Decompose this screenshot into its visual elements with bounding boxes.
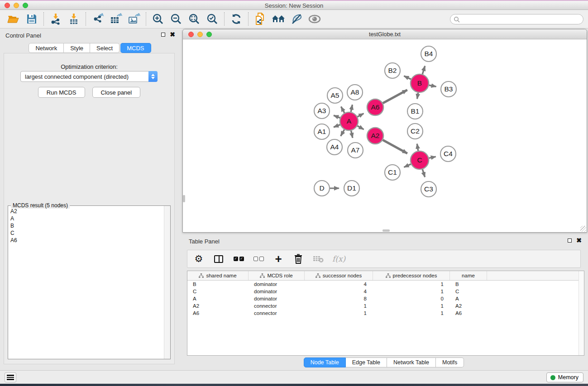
graph-node-C1[interactable]: C1 [385, 165, 400, 180]
zoom-in-button[interactable] [149, 11, 167, 27]
window-resize-grip[interactable] [580, 226, 586, 232]
tab-network[interactable]: Network [29, 43, 64, 53]
cell-successor-nodes[interactable]: 1 [305, 310, 373, 317]
network-vertical-scrollbar-thumb[interactable] [183, 195, 185, 202]
network-horizontal-scrollbar-thumb[interactable] [382, 229, 390, 232]
edge-A2-C[interactable] [383, 140, 407, 153]
close-panel-button[interactable]: Close panel [92, 87, 141, 98]
cell-predecessor-nodes[interactable]: 1 [373, 302, 450, 310]
table-row[interactable]: A6connector11A6 [187, 310, 584, 317]
tab-select[interactable]: Select [90, 43, 120, 53]
graph-node-C4[interactable]: C4 [440, 146, 456, 162]
column-header-name[interactable]: name [450, 271, 487, 280]
new-network-from-selection-button[interactable] [251, 11, 269, 27]
tab-motifs[interactable]: Motifs [436, 357, 464, 367]
graph-node-A6[interactable]: A6 [367, 99, 383, 115]
network-window-titlebar[interactable]: testGlobe.txt [183, 29, 587, 39]
tab-edge-table[interactable]: Edge Table [346, 357, 387, 367]
zoom-out-button[interactable] [167, 11, 185, 27]
tab-mcds[interactable]: MCDS [120, 43, 151, 53]
edge-B-B4[interactable] [422, 66, 425, 74]
table-row[interactable]: Adominator80A [187, 295, 584, 302]
cell-successor-nodes[interactable]: 8 [305, 295, 373, 302]
export-image-button[interactable] [125, 11, 143, 27]
cell-predecessor-nodes[interactable]: 1 [373, 281, 450, 288]
edge-C-C2[interactable] [417, 144, 418, 151]
deselect-all-button[interactable] [253, 252, 264, 266]
cell-name[interactable]: A2 [450, 302, 487, 310]
cell-predecessor-nodes[interactable]: 1 [373, 288, 450, 295]
run-mcds-button[interactable]: Run MCDS [38, 87, 85, 98]
cell-name[interactable]: A6 [450, 310, 487, 317]
graphics-details-button[interactable] [287, 11, 306, 27]
column-header-predecessor-nodes[interactable]: predecessor nodes [373, 271, 450, 280]
tab-network-table[interactable]: Network Table [387, 357, 436, 367]
table-row[interactable]: Bdominator41B [187, 281, 584, 288]
tab-style[interactable]: Style [64, 43, 90, 53]
table-settings-button[interactable]: ⚙ [193, 252, 205, 266]
column-header-shared-name[interactable]: shared name [187, 271, 249, 280]
delete-table-button[interactable] [312, 252, 324, 266]
cell-shared-name[interactable]: A2 [187, 302, 249, 310]
cell-MCDS-role[interactable]: dominator [249, 295, 305, 302]
edge-A-A3[interactable] [334, 115, 340, 118]
criterion-dropdown[interactable]: largest connected component (directed) [20, 71, 158, 82]
edge-B-B2[interactable] [404, 76, 411, 79]
edge-A-A6[interactable] [358, 114, 364, 117]
graph-node-A4[interactable]: A4 [327, 139, 342, 155]
cell-predecessor-nodes[interactable]: 0 [373, 295, 450, 302]
mcds-list-scrollbar[interactable] [164, 206, 170, 359]
task-history-button[interactable] [5, 372, 16, 382]
cell-successor-nodes[interactable]: 4 [305, 281, 373, 288]
memory-button[interactable]: Memory [546, 372, 583, 382]
cell-shared-name[interactable]: A [187, 295, 249, 302]
graph-node-A7[interactable]: A7 [348, 143, 363, 158]
graph-node-C2[interactable]: C2 [407, 124, 423, 139]
mcds-result-item[interactable]: C [9, 229, 163, 237]
mcds-result-list[interactable]: A2ABCA6 [9, 208, 163, 358]
cell-successor-nodes[interactable]: 4 [305, 288, 373, 295]
cell-predecessor-nodes[interactable]: 1 [373, 310, 450, 317]
edge-A-A7[interactable] [351, 131, 353, 138]
graph-node-A[interactable]: A [340, 112, 358, 130]
graph-node-B1[interactable]: B1 [407, 104, 423, 119]
graph-node-B3[interactable]: B3 [441, 81, 456, 97]
edge-A-A4[interactable] [341, 129, 344, 136]
graph-node-D1[interactable]: D1 [344, 181, 359, 196]
close-table-panel-icon[interactable]: ✖ [576, 238, 582, 243]
table-scrollbar[interactable] [578, 271, 584, 355]
tab-node-table[interactable]: Node Table [304, 357, 346, 367]
graph-node-A1[interactable]: A1 [314, 124, 330, 139]
close-panel-icon[interactable]: ✖ [170, 32, 175, 37]
edge-B-B1[interactable] [417, 93, 418, 99]
import-table-button[interactable] [65, 11, 83, 27]
first-neighbors-button[interactable] [269, 11, 287, 27]
graph-node-A5[interactable]: A5 [327, 88, 343, 103]
edge-A-A2[interactable] [357, 126, 363, 129]
search-input[interactable] [460, 15, 583, 24]
cell-MCDS-role[interactable]: dominator [249, 288, 305, 295]
equation-builder-button[interactable]: f(x) [332, 252, 345, 266]
cell-shared-name[interactable]: C [187, 288, 249, 295]
edge-C-C4[interactable] [429, 157, 436, 158]
cell-successor-nodes[interactable]: 1 [305, 302, 373, 310]
mcds-result-item[interactable]: B [9, 222, 163, 229]
import-network-button[interactable] [47, 11, 65, 27]
zoom-fit-button[interactable] [185, 11, 203, 27]
export-network-button[interactable] [89, 11, 107, 27]
column-header-successor-nodes[interactable]: successor nodes [305, 271, 373, 280]
cell-shared-name[interactable]: A6 [187, 310, 249, 317]
cell-name[interactable]: C [450, 288, 487, 295]
mcds-result-item[interactable]: A6 [9, 237, 163, 244]
table-row[interactable]: Cdominator41C [187, 288, 584, 295]
float-table-panel-icon[interactable] [568, 238, 572, 243]
graph-node-D[interactable]: D [314, 181, 330, 196]
graph-node-B[interactable]: B [411, 74, 429, 92]
cell-name[interactable]: B [450, 281, 487, 288]
edge-C-C3[interactable] [422, 169, 425, 177]
edge-B-B3[interactable] [429, 85, 436, 86]
graph-node-A2[interactable]: A2 [367, 128, 383, 144]
zoom-selected-button[interactable] [203, 11, 221, 27]
edge-A6-B[interactable] [383, 90, 407, 103]
graph-node-C[interactable]: C [411, 151, 429, 169]
